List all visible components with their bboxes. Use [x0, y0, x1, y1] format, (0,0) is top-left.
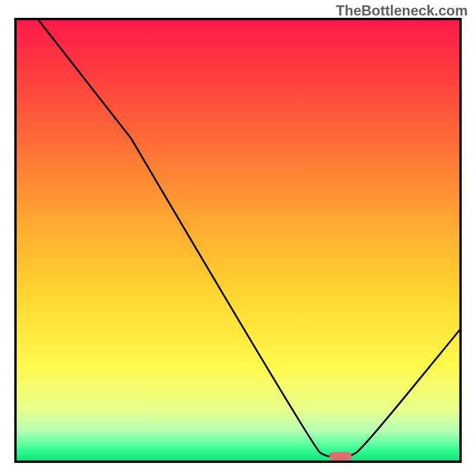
watermark-text: TheBottleneck.com	[336, 2, 468, 19]
gradient-background	[15, 19, 461, 462]
optimum-marker	[329, 452, 351, 461]
chart-container: TheBottleneck.com	[0, 0, 476, 476]
bottleneck-chart	[0, 0, 476, 476]
